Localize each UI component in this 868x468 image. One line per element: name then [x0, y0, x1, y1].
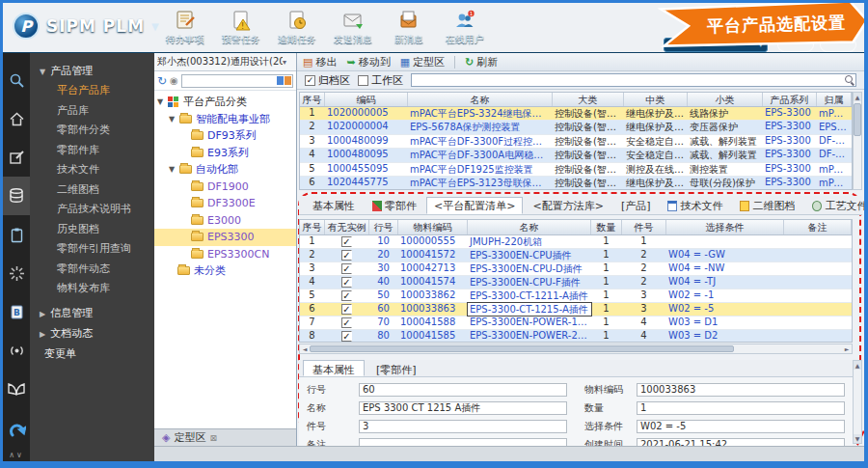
tab-product[interactable]: [产品] — [613, 197, 659, 214]
table-row[interactable]: 660100033863EPS-3300-CT-1215-A插件13W02 = … — [300, 303, 852, 317]
tab-parts[interactable]: 零部件 — [365, 197, 424, 214]
broadcast-icon[interactable] — [3, 331, 30, 370]
instance-checkbox[interactable] — [341, 304, 352, 315]
table-row[interactable]: 31000480099mPAC平台DF-3300F过程控制机柜控制设备(智能设安… — [300, 135, 852, 149]
tree-node[interactable]: E3000 — [154, 212, 296, 230]
user-filter-icon[interactable]: ◉ — [170, 75, 178, 86]
tree-search-input[interactable] — [181, 74, 293, 88]
todo-button[interactable]: 待办事项 — [157, 10, 213, 46]
session-selector[interactable]: 郑小杰(003312)通用设计(2021-0 ▾ — [154, 53, 296, 71]
product-table-scrollbar[interactable]: ▲ — [853, 92, 862, 190]
instance-checkbox[interactable] — [341, 263, 352, 274]
column-header[interactable]: 名称 — [468, 220, 591, 234]
scroll-up-icon[interactable]: ▲ — [854, 93, 861, 101]
tree-node[interactable]: ▼ 智能配电事业部 — [154, 111, 296, 128]
sidebar-item-parts-lib[interactable]: 零部件库 — [30, 141, 154, 161]
tree-footer-tab[interactable]: ◈ 定型区 ⊠ — [154, 428, 296, 446]
tab-2d-drawings[interactable]: 二维图档 — [732, 197, 802, 214]
tab-tech-files[interactable]: 技术文件 — [660, 197, 730, 214]
product-search-input[interactable] — [411, 73, 856, 87]
part-no-input[interactable] — [359, 420, 567, 433]
edit-icon[interactable] — [3, 138, 30, 177]
strip-scroll-arrows[interactable]: ∧∨ — [9, 451, 24, 461]
table-row[interactable]: 440100041574EPS-3300EN-CPU-F插件12W04 = -T… — [300, 276, 852, 289]
column-header[interactable]: 归属 — [817, 93, 852, 106]
header-button-1[interactable] — [777, 38, 814, 52]
tree-node[interactable]: EPS3300CN — [154, 246, 296, 263]
column-header[interactable]: 行号 — [369, 220, 398, 234]
database-icon[interactable] — [3, 177, 30, 215]
tab-process-files[interactable]: 工艺文件 — [804, 197, 868, 214]
tree-node[interactable]: DF3300E — [154, 195, 296, 212]
table-row[interactable]: 110100000555JMUPH-220机箱11 — [300, 235, 852, 249]
sidebar-group-doc-activity[interactable]: ▶文档动态 — [30, 323, 154, 344]
instance-checkbox[interactable] — [341, 277, 352, 288]
move-to-button[interactable]: ➥移动到 — [346, 55, 390, 69]
sidebar-item-product-manual[interactable]: 产品技术说明书 — [30, 200, 154, 220]
tree-node-selected[interactable]: EPS3300 — [154, 229, 296, 246]
column-header[interactable]: 序号 — [300, 220, 325, 234]
open-book-icon[interactable] — [3, 370, 30, 408]
fixed-zone-button[interactable]: ▦定型区 — [400, 55, 445, 69]
detail-tab-basic[interactable]: 基本属性 — [303, 360, 365, 376]
column-header[interactable]: 名称 — [408, 93, 553, 106]
table-row[interactable]: 330100042713EPS-3300EN-CPU-D插件12W04 = -N… — [300, 262, 852, 276]
search-down-icon[interactable] — [285, 76, 291, 85]
tree-node[interactable]: DF1900 — [154, 179, 296, 196]
sidebar-item-parts-activity[interactable]: 零部件动态 — [30, 260, 154, 280]
scroll-up-icon[interactable]: ▲ — [854, 361, 861, 370]
sidebar-item-platform-product-lib[interactable]: 平台产品库 — [30, 81, 154, 101]
column-header[interactable]: 序号 — [300, 93, 325, 106]
header-button-2[interactable] — [820, 38, 856, 52]
instance-checkbox[interactable] — [341, 317, 352, 328]
column-header[interactable]: 件号 — [622, 220, 666, 234]
new-message-button[interactable]: 新消息 — [381, 10, 437, 46]
column-header[interactable]: 中类 — [624, 93, 688, 106]
sidebar-item-parts-reference[interactable]: 零部件引用查询 — [30, 239, 154, 260]
tree-root[interactable]: ▼ 平台产品分类 — [154, 94, 296, 111]
instance-checkbox[interactable] — [341, 290, 352, 301]
clipboard-icon[interactable] — [3, 215, 30, 254]
scroll-left-icon[interactable]: ◄ — [300, 345, 310, 352]
sidebar-item-2d-drawings[interactable]: 二维图档 — [30, 180, 154, 201]
table-row[interactable]: 220100041572EPS-3300EN-CPU插件12W04 = -GW — [300, 249, 852, 262]
table-row[interactable]: 770100041588EPS-3300EN-POWER-11014W03 = … — [300, 317, 852, 330]
column-header[interactable]: 编码 — [325, 93, 408, 106]
sidebar-item-product-lib[interactable]: 产品库 — [30, 101, 154, 122]
scroll-thumb[interactable] — [310, 345, 734, 352]
table-row[interactable]: 880100041585EPS-3300EN-POWER-22014W03 = … — [300, 330, 852, 343]
close-icon[interactable]: ⊠ — [209, 433, 217, 443]
instance-checkbox[interactable] — [341, 250, 352, 261]
line-no-input[interactable] — [359, 383, 567, 397]
name-input[interactable] — [359, 401, 567, 415]
warning-tasks-button[interactable]: ! 预警任务 — [213, 10, 269, 46]
move-out-button[interactable]: ▤移出 — [303, 55, 337, 69]
spinner-icon[interactable] — [3, 254, 30, 292]
search-up-icon[interactable] — [277, 76, 284, 85]
scroll-down-icon[interactable]: ▼ — [854, 434, 861, 443]
instance-checkbox[interactable] — [341, 236, 352, 247]
tab-basic-props[interactable]: 基本属性 — [305, 197, 363, 214]
header-scope-dropdown[interactable] — [664, 38, 768, 52]
overdue-tasks-button[interactable]: 逾期任务 — [269, 10, 325, 46]
column-header[interactable]: 产品系列 — [763, 93, 817, 106]
tab-config-method-lib[interactable]: <配置方法库> — [525, 197, 610, 214]
table-row[interactable]: 51000455095mPAC平台DF1925监控装置控制设备(智能设测控及在线… — [300, 163, 852, 177]
scroll-right-icon[interactable]: ► — [842, 345, 852, 352]
undo-arrow-icon[interactable] — [3, 408, 30, 447]
column-header[interactable]: 数量 — [591, 220, 622, 234]
table-row[interactable]: 41000480095mPAC平台DF-3300A电网稳定装置控制设备(智能设安… — [300, 149, 852, 162]
app-logo[interactable]: P SIPM PLM ▼ — [13, 13, 159, 40]
instance-checkbox[interactable] — [341, 331, 352, 342]
tree-node[interactable]: E93系列 — [154, 145, 296, 162]
tree-node[interactable]: DF93系列 — [154, 127, 296, 145]
material-code-input[interactable] — [637, 383, 845, 397]
detail-tab-part[interactable]: [零部件] — [366, 360, 426, 376]
column-header[interactable]: 物料编码 — [398, 220, 468, 234]
tab-platform-config-list[interactable]: <平台配置清单> — [426, 197, 523, 214]
sidebar-item-parts-category[interactable]: 零部件分类 — [30, 121, 154, 141]
column-header[interactable]: 有无实例 — [325, 220, 369, 234]
sidebar-group-product-mgmt[interactable]: ▼产品管理 — [30, 61, 154, 81]
send-message-button[interactable]: 发送消息 — [325, 10, 381, 46]
search-icon[interactable] — [3, 61, 30, 99]
